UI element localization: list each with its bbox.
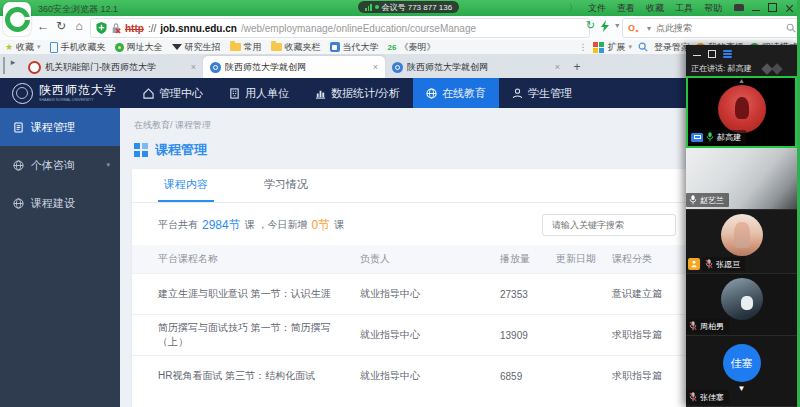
meeting-number-badge[interactable]: 会议号 773 877 136 — [358, 1, 459, 13]
browser-logo[interactable] — [3, 2, 31, 36]
participant-label: 郝高建 — [688, 130, 746, 144]
star-icon: ★ — [5, 42, 13, 52]
menu-help[interactable]: 帮助 — [704, 2, 722, 15]
cell-plays: 6859 — [500, 371, 556, 382]
more-icon[interactable]: ⋮ — [578, 42, 587, 52]
table-row[interactable]: HR视角看面试 第三节：结构化面试 就业指导中心 6859 求职指导篇 — [132, 355, 692, 396]
triangle-down-icon[interactable]: ▼ — [738, 384, 746, 393]
nav-statistics[interactable]: 数据统计/分析 — [302, 78, 413, 108]
folder-icon — [271, 43, 282, 51]
tab-title: 陕西师范大学就创网 — [407, 61, 551, 74]
sidebar-item-individual-consult[interactable]: 个体咨询▾ — [0, 146, 120, 184]
video-tile[interactable]: 赵艺兰 — [686, 148, 797, 210]
bookmark-university[interactable]: 当代大学 — [330, 41, 379, 54]
table-row[interactable]: 简历撰写与面试技巧 第一节：简历撰写（上） 就业指导中心 13909 求职指导篇 — [132, 314, 692, 355]
site-sidebar: 课程管理 个体咨询▾ 课程建设 — [0, 108, 120, 407]
home-button[interactable]: ⌂ — [72, 19, 86, 33]
tab-course-content[interactable]: 课程内容 — [158, 169, 214, 202]
participant-name: 张佳塞 — [700, 392, 724, 403]
speaking-label: 正在讲话: 郝高建 — [691, 63, 751, 74]
search-engine-caret-icon[interactable]: ▾ — [647, 24, 651, 33]
page-icon — [330, 42, 340, 52]
meeting-minimize-button[interactable] — [693, 55, 701, 56]
table-row[interactable]: 建立生涯与职业意识 第一节：认识生涯 就业指导中心 27353 意识建立篇 — [132, 273, 692, 314]
menu-tools[interactable]: 工具 — [675, 2, 693, 15]
sidebar-item-course-build[interactable]: 课程建设 — [0, 184, 120, 222]
insecure-lock-icon[interactable] — [111, 22, 121, 34]
tab-1[interactable]: 机关职能部门-陕西师范大学 × — [21, 56, 203, 78]
new-tab-button[interactable]: + — [567, 60, 587, 78]
building-icon — [229, 88, 240, 99]
login-manager-button[interactable]: 登录管家 — [654, 41, 690, 54]
university-brand[interactable]: 陕西师范大学 SHAANXI NORMAL UNIVERSITY — [12, 78, 124, 108]
extensions-button[interactable]: 扩展▾ — [593, 41, 632, 54]
nav-employers[interactable]: 用人单位 — [216, 78, 302, 108]
restore-tabs-button[interactable]: ▸ — [3, 57, 21, 74]
mic-muted-icon — [689, 321, 697, 331]
tab-close-icon[interactable]: × — [373, 62, 378, 72]
refresh-mode-icon[interactable]: ↻ — [586, 19, 595, 32]
nav-student-manage[interactable]: 学生管理 — [499, 78, 585, 108]
browser-search-input[interactable] — [654, 22, 783, 34]
video-tile[interactable]: 佳塞 ▼ 张佳塞 — [686, 336, 797, 407]
menu-view[interactable]: 查看 — [617, 2, 635, 15]
tab-2-active[interactable]: 陕西师范大学就创网 × — [203, 56, 385, 78]
site-nav-icon — [115, 43, 124, 52]
skin-icon[interactable] — [734, 4, 744, 11]
maximize-button[interactable] — [768, 3, 777, 12]
bookmark-common-folder[interactable]: 常用 — [230, 41, 262, 54]
search-engine-logo[interactable]: O。 — [628, 22, 644, 35]
video-tile[interactable]: 张愿亘 — [686, 210, 797, 274]
cell-owner: 就业指导中心 — [360, 369, 500, 383]
minimize-button[interactable] — [752, 10, 760, 11]
url-field[interactable]: http://job.snnu.edu.cn/web/employmanage/… — [90, 18, 590, 38]
reload-button[interactable]: ↻ — [54, 19, 68, 33]
bookmark-mobile[interactable]: 手机收藏夹 — [50, 41, 106, 54]
nav-manage-center[interactable]: 管理中心 — [130, 78, 216, 108]
back-button[interactable]: ← — [36, 19, 50, 33]
shield-icon[interactable] — [96, 22, 107, 34]
browser-title: 360安全浏览器 12.1 — [38, 3, 118, 16]
bookmark-graduate[interactable]: 研究生招 — [172, 41, 221, 54]
chevron-right-icon[interactable]: 〉 — [569, 2, 577, 15]
meeting-panel: 正在讲话: 郝高建 ▲ 郝高建 赵艺兰 张愿亘 — [686, 45, 797, 407]
magnifier-icon[interactable] — [638, 42, 648, 52]
tab-3[interactable]: 陕西师范大学就创网 × — [385, 56, 567, 78]
favorites-menu[interactable]: ★收藏▾ — [5, 41, 41, 54]
keyword-search-input[interactable] — [550, 219, 668, 231]
cell-owner: 就业指导中心 — [360, 287, 500, 301]
menu-bar: 〉 文件 查看 收藏 工具 帮助 — [569, 2, 722, 15]
keyword-search-box[interactable] — [542, 214, 676, 236]
url-dropdown-icon[interactable]: ▾ — [615, 21, 619, 30]
signal-icon — [365, 4, 372, 11]
card-tabs: 课程内容 学习情况 — [132, 169, 692, 203]
participant-name: 张愿亘 — [716, 259, 740, 270]
menu-file[interactable]: 文件 — [588, 2, 606, 15]
tab-close-icon[interactable]: × — [555, 62, 560, 72]
nav-online-education[interactable]: 在线教育 — [413, 78, 499, 108]
browser-window: 360安全浏览器 12.1 会议号 773 877 136 〉 文件 查看 收藏… — [0, 0, 800, 407]
menu-favorites[interactable]: 收藏 — [646, 2, 664, 15]
layout-icon[interactable] — [723, 50, 732, 58]
page-body: 课程管理 个体咨询▾ 课程建设 在线教育/ 课程管理 课程管理 课程内容 学习情… — [0, 108, 797, 407]
video-tile[interactable]: 周柏男 — [686, 274, 797, 336]
bookmark-bar-folder[interactable]: 收藏夹栏 — [271, 41, 321, 54]
url-scheme: http — [125, 23, 144, 34]
bookmark-qinming[interactable]: 26《秦明》 — [388, 41, 436, 54]
browser-titlebar: 360安全浏览器 12.1 会议号 773 877 136 〉 文件 查看 收藏… — [0, 0, 797, 16]
screen-share-icon — [691, 133, 703, 142]
gear-favicon-icon — [210, 62, 221, 73]
tab-close-icon[interactable]: × — [191, 62, 196, 72]
triangle-up-icon[interactable]: ▲ — [738, 77, 745, 84]
browser-search-box[interactable]: O。 ▾ — [622, 18, 800, 38]
meeting-maximize-button[interactable] — [708, 50, 716, 58]
bookmark-sites[interactable]: 网址大全 — [115, 41, 163, 54]
search-icon[interactable] — [786, 23, 796, 33]
close-button[interactable] — [785, 4, 793, 12]
page-title: 课程管理 — [155, 141, 207, 159]
sidebar-item-course-manage[interactable]: 课程管理 — [0, 108, 120, 146]
tab-learning-status[interactable]: 学习情况 — [258, 169, 314, 202]
avatar — [721, 214, 763, 256]
video-tile-speaker[interactable]: ▲ 郝高建 — [686, 76, 797, 148]
speed-mode-icon[interactable] — [601, 20, 609, 32]
